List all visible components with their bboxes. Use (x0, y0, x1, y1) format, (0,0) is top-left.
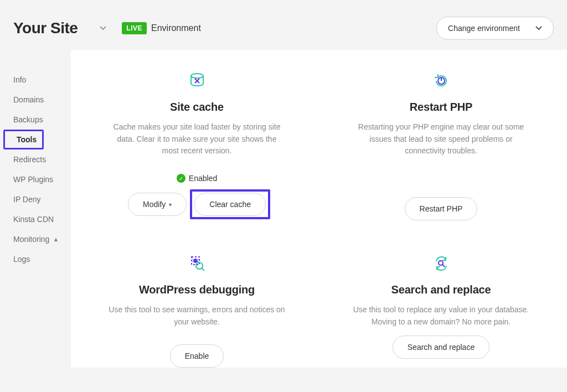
svg-line-8 (193, 261, 194, 262)
status-label: Enabled (189, 174, 217, 183)
modify-button[interactable]: Modify ▾ (128, 193, 187, 216)
header: Your Site LIVE Environment Change enviro… (0, 0, 567, 50)
sidebar-item-label: Info (13, 75, 26, 84)
tools-panel: Site cache Cache makes your site load fa… (71, 50, 567, 368)
sidebar: Info Domains Backups Tools Redirects WP … (0, 50, 71, 368)
cache-status: ✓ Enabled (177, 174, 217, 183)
restart-icon (431, 71, 451, 91)
svg-line-12 (442, 265, 445, 267)
sidebar-item-label: Domains (13, 95, 44, 104)
database-cache-icon (187, 71, 207, 91)
sidebar-item-wp-plugins[interactable]: WP Plugins (0, 169, 71, 189)
restart-php-card: Restart PHP Restarting your PHP engine m… (327, 71, 555, 220)
sidebar-item-info[interactable]: Info (0, 70, 71, 90)
button-label: Restart PHP (420, 204, 463, 213)
live-badge: LIVE (122, 22, 147, 34)
sidebar-item-label: Logs (13, 255, 30, 264)
sidebar-item-monitoring[interactable]: Monitoring▲ (0, 229, 71, 249)
sidebar-item-domains[interactable]: Domains (0, 90, 71, 110)
sidebar-item-label: WP Plugins (13, 175, 53, 184)
wordpress-debugging-card: WordPress debugging Use this tool to see… (83, 254, 311, 368)
sidebar-item-label: Tools (17, 135, 37, 144)
restart-php-button[interactable]: Restart PHP (405, 197, 478, 220)
button-label: Modify (143, 200, 166, 209)
enable-debug-button[interactable]: Enable (170, 344, 224, 368)
svg-point-11 (439, 261, 443, 265)
sidebar-item-kinsta-cdn[interactable]: Kinsta CDN (0, 209, 71, 229)
button-label: Enable (185, 352, 209, 360)
environment-indicator: LIVE Environment (122, 22, 201, 34)
svg-line-5 (202, 268, 204, 271)
sidebar-item-redirects[interactable]: Redirects (0, 149, 71, 169)
sidebar-item-label: Kinsta CDN (13, 215, 54, 224)
change-environment-label: Change environment (448, 24, 520, 33)
card-title: Restart PHP (410, 101, 472, 114)
site-title: Your Site (13, 19, 78, 37)
card-description: Use this tool to see warnings, errors an… (109, 304, 286, 328)
sidebar-item-tools[interactable]: Tools (3, 130, 44, 149)
sidebar-item-label: Backups (13, 115, 43, 124)
chevron-down-icon[interactable] (100, 26, 106, 30)
sidebar-item-label: Redirects (13, 155, 46, 164)
change-environment-button[interactable]: Change environment (436, 17, 554, 40)
svg-point-6 (194, 259, 197, 263)
svg-point-0 (191, 74, 203, 78)
card-description: Cache makes your site load faster by sto… (109, 121, 286, 157)
search-replace-card: Search and replace Use this tool to repl… (327, 254, 555, 368)
sidebar-item-backups[interactable]: Backups (0, 110, 71, 130)
sidebar-item-label: IP Deny (13, 195, 41, 204)
check-icon: ✓ (177, 174, 185, 183)
card-description: Use this tool to replace any value in yo… (353, 304, 530, 328)
site-cache-card: Site cache Cache makes your site load fa… (83, 71, 311, 220)
chevron-down-icon: ▾ (169, 202, 172, 208)
sidebar-item-ip-deny[interactable]: IP Deny (0, 189, 71, 209)
search-replace-icon (431, 254, 451, 274)
svg-line-7 (193, 260, 194, 260)
card-title: Site cache (170, 101, 224, 114)
button-label: Clear cache (209, 200, 251, 209)
clear-cache-button[interactable]: Clear cache (194, 193, 266, 216)
card-title: Search and replace (391, 283, 491, 296)
sidebar-item-logs[interactable]: Logs (0, 249, 71, 269)
button-label: Search and replace (408, 343, 475, 352)
card-description: Restarting your PHP engine may clear out… (353, 121, 530, 157)
environment-label: Environment (151, 23, 201, 33)
bug-search-icon (187, 254, 207, 274)
svg-line-9 (197, 260, 198, 260)
sidebar-item-label: Monitoring (13, 235, 49, 244)
indicator-icon: ▲ (53, 236, 59, 243)
svg-line-10 (197, 261, 198, 262)
card-title: WordPress debugging (139, 283, 255, 296)
chevron-down-icon (535, 26, 542, 30)
search-replace-button[interactable]: Search and replace (393, 336, 489, 359)
